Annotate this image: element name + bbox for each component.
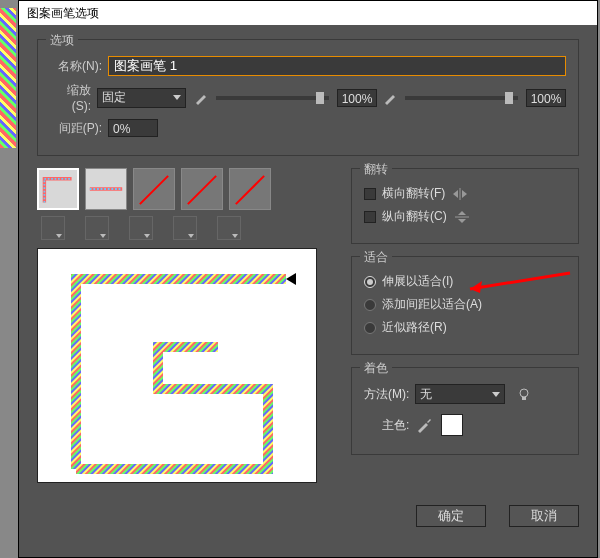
fit-legend: 适合 [360,249,392,266]
flip-legend: 翻转 [360,161,392,178]
tile-selector [37,168,337,210]
pen-icon-2 [383,91,397,105]
scale-value-2[interactable]: 100% [526,89,566,107]
fit-approx-radio[interactable] [364,322,376,334]
brush-preview [37,248,317,483]
tile-menu-3[interactable] [129,216,153,240]
maincolor-label: 主色: [382,417,409,434]
fit-stretch-radio[interactable] [364,276,376,288]
chevron-down-icon [173,95,181,100]
tile-side[interactable] [85,168,127,210]
fit-space-radio[interactable] [364,299,376,311]
scale-slider-1[interactable] [216,96,329,100]
eyedropper-icon[interactable] [415,416,433,434]
tile-start[interactable] [181,168,223,210]
dialog-title: 图案画笔选项 [19,1,597,25]
cancel-button[interactable]: 取消 [509,505,579,527]
scale-label: 缩放(S): [50,82,91,113]
scale-slider-2[interactable] [405,96,518,100]
fit-fieldset: 适合 伸展以适合(I) 添加间距以适合(A) 近似路径(R) [351,256,579,355]
name-input[interactable] [108,56,566,76]
tile-menu-2[interactable] [85,216,109,240]
maincolor-swatch[interactable] [441,414,463,436]
method-value: 无 [420,386,432,403]
ok-button[interactable]: 确定 [416,505,486,527]
flip-h-label: 横向翻转(F) [382,185,445,202]
scale-mode-select[interactable]: 固定 [97,88,186,108]
flip-h-icon [451,187,469,201]
scale-mode-value: 固定 [102,89,126,106]
tile-inner-corner[interactable] [133,168,175,210]
chevron-down-icon [492,392,500,397]
method-select[interactable]: 无 [415,384,505,404]
tile-menu-1[interactable] [41,216,65,240]
flip-v-checkbox[interactable] [364,211,376,223]
scale-value-1[interactable]: 100% [337,89,377,107]
annotation-arrow [462,269,572,309]
color-legend: 着色 [360,360,392,377]
tile-end[interactable] [229,168,271,210]
fit-stretch-label: 伸展以适合(I) [382,273,453,290]
pen-icon [194,91,208,105]
spacing-input[interactable]: 0% [108,119,158,137]
options-legend: 选项 [46,32,78,49]
tile-menu-5[interactable] [217,216,241,240]
options-fieldset: 选项 名称(N): 缩放(S): 固定 100% [37,39,579,156]
flip-v-label: 纵向翻转(C) [382,208,447,225]
tile-outer-corner[interactable] [37,168,79,210]
svg-rect-8 [522,397,526,400]
flip-h-checkbox[interactable] [364,188,376,200]
svg-line-6 [470,273,570,289]
fit-approx-label: 近似路径(R) [382,319,447,336]
method-label: 方法(M): [364,386,409,403]
tip-icon[interactable] [517,387,531,401]
flip-v-icon [453,210,471,224]
color-fieldset: 着色 方法(M): 无 主色: [351,367,579,455]
svg-point-7 [520,389,528,397]
spacing-label: 间距(P): [50,120,102,137]
flip-fieldset: 翻转 横向翻转(F) 纵向翻转(C) [351,168,579,244]
dialog-window: 图案画笔选项 选项 名称(N): 缩放(S): 固定 [18,0,598,558]
tile-menu-4[interactable] [173,216,197,240]
name-label: 名称(N): [50,58,102,75]
